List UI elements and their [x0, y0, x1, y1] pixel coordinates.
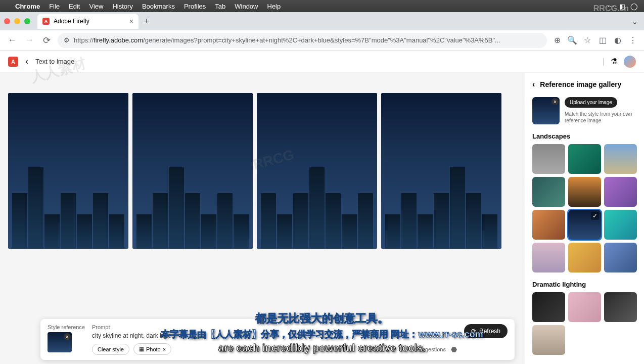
- tab-list-dropdown[interactable]: ⌄: [629, 15, 640, 28]
- prompt-label: Prompt: [92, 324, 457, 330]
- menu-bookmarks[interactable]: Bookmarks: [142, 3, 175, 10]
- uploaded-reference-thumbnail[interactable]: ×: [532, 97, 560, 124]
- app-header: A ‹ Text to image | ⚗: [0, 51, 644, 73]
- suggestions-label: Suggestions: [415, 346, 446, 352]
- dramatic-grid: [532, 292, 637, 355]
- landscape-thumb-7[interactable]: [532, 210, 565, 240]
- window-minimize-button[interactable]: [14, 18, 20, 24]
- reload-button[interactable]: ⟳: [40, 34, 53, 47]
- app-back-button[interactable]: ‹: [25, 56, 28, 67]
- generation-area: Style reference × Prompt city skyline at…: [0, 73, 525, 364]
- dramatic-thumb-4[interactable]: [532, 325, 565, 355]
- app-header-right: | ⚗: [603, 56, 636, 68]
- landscape-thumb-10[interactable]: [532, 243, 565, 272]
- menubar-status-area: ⋯ ◧ ◯: [608, 3, 638, 10]
- address-input[interactable]: ⚙ https://firefly.adobe.com/generate/ima…: [58, 33, 547, 48]
- bookmark-star-icon[interactable]: ☆: [582, 35, 592, 46]
- style-reference-thumbnail[interactable]: ×: [48, 332, 72, 352]
- menu-help[interactable]: Help: [267, 3, 281, 10]
- prompt-input[interactable]: city skyline at night, dark blue: [92, 332, 457, 339]
- sidebar-header: ‹ Reference image gallery: [532, 80, 637, 89]
- photo-tag-button[interactable]: ▦Photo×: [133, 343, 171, 355]
- macos-menubar: Chrome File Edit View History Bookmarks …: [0, 0, 644, 12]
- landscapes-section-label: Landscapes: [532, 132, 637, 140]
- prompt-section: Prompt city skyline at night, dark blue …: [92, 324, 457, 355]
- dramatic-section-label: Dramatic lighting: [532, 281, 637, 288]
- photo-icon: ▦: [139, 346, 144, 352]
- control-center-icon[interactable]: ◧: [619, 3, 625, 10]
- menu-tab[interactable]: Tab: [215, 3, 225, 10]
- style-reference-label: Style reference: [48, 324, 85, 330]
- user-avatar[interactable]: [624, 56, 636, 68]
- menu-file[interactable]: File: [49, 3, 60, 10]
- refresh-button[interactable]: ⟳ Refresh: [464, 324, 508, 338]
- remove-upload-button[interactable]: ×: [551, 98, 559, 105]
- menu-history[interactable]: History: [112, 3, 132, 10]
- dramatic-thumb-1[interactable]: [532, 292, 565, 322]
- landscape-thumb-6[interactable]: [604, 177, 637, 207]
- landscape-thumb-11[interactable]: [568, 243, 601, 272]
- generated-image-2[interactable]: [132, 93, 253, 249]
- landscape-thumb-9[interactable]: [604, 210, 637, 240]
- landscape-thumb-5[interactable]: [568, 177, 601, 207]
- generated-image-1[interactable]: [8, 93, 128, 249]
- reference-sidebar: ‹ Reference image gallery × Upload your …: [525, 73, 644, 364]
- dramatic-thumb-2[interactable]: [568, 292, 601, 322]
- remove-style-button[interactable]: ×: [64, 333, 71, 340]
- clear-style-button[interactable]: Clear style: [92, 344, 129, 355]
- window-controls: [4, 18, 30, 24]
- extension-icon[interactable]: ◐: [613, 35, 623, 46]
- suggestions-toggle[interactable]: ⬣: [451, 345, 457, 353]
- landscape-thumb-4[interactable]: [532, 177, 565, 207]
- adobe-logo-icon[interactable]: A: [8, 57, 18, 67]
- page-title: Text to image: [35, 58, 74, 65]
- landscape-thumb-2[interactable]: [568, 144, 601, 174]
- landscape-thumb-8-selected[interactable]: ✓: [568, 210, 601, 240]
- tab-favicon-icon: A: [42, 18, 50, 25]
- landscape-thumb-12[interactable]: [604, 243, 637, 272]
- sidebar-title: Reference image gallery: [540, 80, 621, 88]
- window-maximize-button[interactable]: [24, 18, 30, 24]
- landscapes-grid: ✓: [532, 144, 637, 272]
- upload-help-text: Match the style from your own reference …: [565, 111, 637, 124]
- menu-window[interactable]: Window: [235, 3, 258, 10]
- landscape-thumb-3[interactable]: [604, 144, 637, 174]
- menubar-status-icon[interactable]: ⋯: [608, 3, 614, 10]
- tab-title: Adobe Firefly: [54, 18, 89, 25]
- style-reference-section: Style reference ×: [48, 324, 85, 352]
- url-text: https://firefly.adobe.com/generate/image…: [74, 36, 500, 44]
- site-settings-icon[interactable]: ⚙: [64, 36, 70, 44]
- selected-check-icon: ✓: [591, 212, 599, 220]
- menu-app-name[interactable]: Chrome: [15, 3, 40, 10]
- upload-image-button[interactable]: Upload your image: [565, 97, 617, 108]
- siri-icon[interactable]: ◯: [630, 3, 638, 10]
- menu-edit[interactable]: Edit: [69, 3, 80, 10]
- prompt-actions: Clear style ▦Photo× Suggestions ⬣: [92, 343, 457, 355]
- side-panel-icon[interactable]: ◫: [597, 35, 608, 46]
- install-app-icon[interactable]: ⊕: [552, 35, 562, 46]
- new-tab-button[interactable]: +: [142, 16, 152, 26]
- chrome-menu-icon[interactable]: ⋮: [628, 35, 638, 46]
- chrome-address-bar: ← → ⟳ ⚙ https://firefly.adobe.com/genera…: [0, 30, 644, 51]
- image-results-grid: [8, 93, 517, 249]
- upload-section: × Upload your image Match the style from…: [532, 97, 637, 124]
- generated-image-4[interactable]: [381, 93, 501, 249]
- suggestions-area: Suggestions ⬣: [415, 345, 457, 353]
- window-close-button[interactable]: [4, 18, 10, 24]
- dramatic-thumb-3[interactable]: [604, 292, 637, 322]
- menu-profiles[interactable]: Profiles: [184, 3, 206, 10]
- refresh-icon: ⟳: [471, 328, 476, 335]
- menu-view[interactable]: View: [89, 3, 103, 10]
- forward-button[interactable]: →: [23, 34, 35, 47]
- browser-tab[interactable]: A Adobe Firefly ×: [37, 14, 139, 29]
- beaker-icon[interactable]: ⚗: [611, 57, 618, 66]
- main-content: Style reference × Prompt city skyline at…: [0, 73, 644, 364]
- generated-image-3[interactable]: [257, 93, 377, 249]
- remove-tag-icon[interactable]: ×: [163, 346, 166, 352]
- chrome-tab-bar: A Adobe Firefly × + ⌄: [0, 12, 644, 30]
- zoom-icon[interactable]: 🔍: [567, 35, 577, 46]
- landscape-thumb-1[interactable]: [532, 144, 565, 174]
- tab-close-button[interactable]: ×: [129, 17, 133, 25]
- back-button[interactable]: ←: [6, 34, 18, 47]
- sidebar-back-button[interactable]: ‹: [532, 80, 535, 89]
